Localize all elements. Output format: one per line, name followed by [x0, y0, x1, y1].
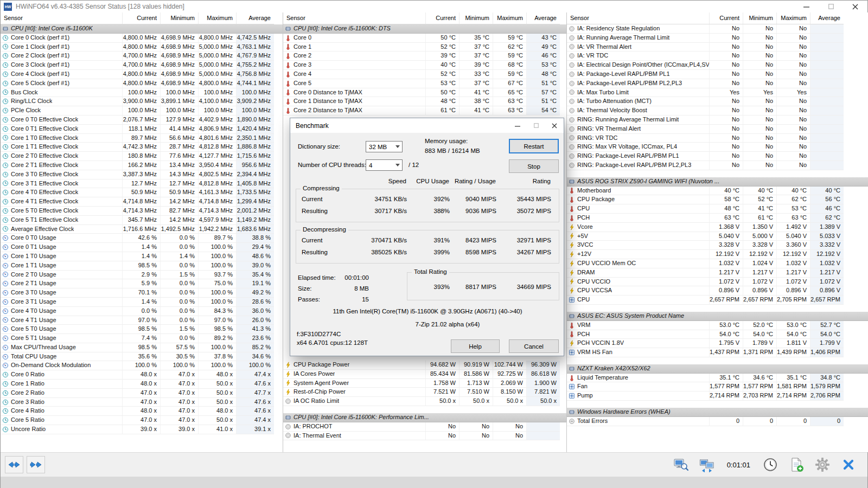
sensor-row[interactable]: CPU VCCSA0.896 V0.896 V0.896 V0.896 V: [567, 286, 844, 296]
sensor-row[interactable]: Core 1 T0 Usage1.4 %1.4 %100.0 %48.6 %: [1, 252, 274, 261]
sensor-row[interactable]: Motherboard40 °C40 °C40 °C40 °C: [567, 187, 844, 196]
dialog-minimize-button[interactable]: [508, 118, 527, 133]
sensor-row[interactable]: PCH54.0 °C54.0 °C54.0 °C54.0 °C: [567, 330, 844, 339]
sensor-row[interactable]: CPU VCCIO Mem OC1.032 V1.024 V1.032 V1.0…: [567, 259, 844, 268]
sensor-row[interactable]: Core 2 T0 Effective Clock180.8 MHz77.6 M…: [1, 152, 274, 161]
sensor-row[interactable]: Core 1 T0 Effective Clock89.7 MHz56.6 MH…: [1, 134, 274, 143]
nav-back-button[interactable]: [5, 456, 23, 473]
sensor-row[interactable]: Core 0 Distance to TjMAX50 °C41 °C65 °C5…: [283, 88, 560, 98]
sensor-row[interactable]: CPU Package Power94.682 W90.919 W102.744…: [283, 361, 560, 370]
sensor-row[interactable]: IA: Thermal Velocity BoostNoNoNo: [567, 106, 844, 115]
sensor-row[interactable]: Core 452 °C33 °C59 °C48 °C: [283, 70, 560, 79]
sensor-row[interactable]: Core 4 T0 Usage0.0 %0.0 %84.3 %36.0 %: [1, 307, 274, 316]
maximize-button[interactable]: [819, 1, 843, 12]
sensor-row[interactable]: Core 050 °C35 °C59 °C43 °C: [283, 34, 560, 43]
sensor-row[interactable]: System Agent Power1.758 W1.713 W2.069 W1…: [283, 379, 560, 388]
sensor-row[interactable]: Liquid Temperature35.1 °C34.6 °C35.1 °C3…: [567, 374, 844, 383]
sensor-row[interactable]: Core 1 Ratio48.0 x47.0 x50.0 x47.6 x: [1, 380, 274, 389]
sensor-row[interactable]: IA: Thermal EventNoNoNo: [283, 432, 560, 441]
dialog-maximize-button[interactable]: [527, 118, 545, 133]
sensor-row[interactable]: Core 3 T1 Effective Clock12.7 MHz12.7 MH…: [1, 179, 274, 189]
sensor-row[interactable]: Core 5 T1 Usage7.4 %0.0 %89.2 %23.6 %: [1, 334, 274, 343]
sensor-row[interactable]: Core 2 T1 Effective Clock166.2 MHz13.4 M…: [1, 161, 274, 170]
sensor-row[interactable]: Total Errors0000: [567, 417, 844, 426]
sensor-row[interactable]: Core 0 Clock (perf #1)4,800.0 MHz4,698.9…: [1, 34, 274, 43]
sensor-row[interactable]: CPU2,657 RPM2,657 RPM2,705 RPM2,657 RPM: [567, 296, 844, 305]
sensor-row[interactable]: PCIe Clock100.0 MHz100.0 MHz100.0 MHz100…: [1, 106, 274, 115]
sensor-row[interactable]: Core 3 Ratio47.0 x47.0 x50.0 x47.6 x: [1, 398, 274, 407]
sensor-row[interactable]: Core 2 Clock (perf #1)4,700.0 MHz4,698.9…: [1, 52, 274, 61]
sensor-row[interactable]: IA OC Ratio Limit50.0 x50.0 x50.0 x50.0 …: [283, 397, 560, 406]
sensor-row[interactable]: Vcore1.368 V1.350 V1.492 V1.389 V: [567, 223, 844, 232]
sensor-group-row[interactable]: CPU [#0]: Intel Core i5-11600K: [1, 24, 283, 34]
sensor-row[interactable]: IA: Max Turbo LimitYesYesYes: [567, 88, 844, 98]
minimize-button[interactable]: [794, 1, 819, 12]
sensor-row[interactable]: CPU Package58 °C52 °C62 °C56 °C: [567, 195, 844, 204]
sensor-row[interactable]: Core 5 T0 Usage98.5 %1.5 %98.5 %41.3 %: [1, 325, 274, 334]
sensor-row[interactable]: Core 1 T1 Usage98.5 %0.0 %100.0 %39.0 %: [1, 261, 274, 271]
sensor-row[interactable]: Core 0 T1 Usage1.4 %0.0 %100.0 %29.4 %: [1, 243, 274, 252]
logging-timer-button[interactable]: [759, 455, 782, 474]
sensor-row[interactable]: Pump2,714 RPM2,703 RPM2,714 RPM2,706 RPM: [567, 391, 844, 401]
sensor-row[interactable]: RING: Package-Level RAPL/PBM PL1NoNoNo: [567, 152, 844, 161]
sensor-row[interactable]: Core 5 T0 Effective Clock4,714.3 MHz82.7…: [1, 207, 274, 216]
remote-monitoring-button[interactable]: [695, 455, 718, 474]
sensor-row[interactable]: IA: Running Average Thermal LimitNoNoNo: [567, 34, 844, 43]
sensor-row[interactable]: Core 1 T1 Effective Clock4,742.3 MHz28.7…: [1, 143, 274, 152]
sensor-scan-button[interactable]: [669, 455, 692, 474]
sensor-row[interactable]: Core 5 Clock (perf #1)4,800.0 MHz4,698.9…: [1, 79, 274, 88]
close-button[interactable]: [843, 1, 867, 12]
sensor-row[interactable]: Core 2 T0 Usage2.9 %1.5 %93.7 %35.4 %: [1, 271, 274, 280]
settings-button[interactable]: [811, 455, 834, 474]
sensor-group-row[interactable]: CPU [#0]: Intel Core i5-11600K: Performa…: [283, 413, 566, 422]
sensor-row[interactable]: PCH VCCIN 1.8V1.795 V1.789 V1.811 V1.799…: [567, 339, 844, 348]
stop-button[interactable]: Stop: [509, 159, 559, 173]
sensor-row[interactable]: Core 3 T0 Effective Clock3,387.3 MHz14.3…: [1, 170, 274, 179]
nav-forward-button[interactable]: [27, 456, 45, 473]
sensor-row[interactable]: VRM HS Fan1,437 RPM1,371 RPM1,439 RPM1,4…: [567, 348, 844, 357]
sensor-row[interactable]: RING: VR Thermal AlertNoNoNo: [567, 125, 844, 134]
sensor-row[interactable]: +5V5.040 V5.000 V5.040 V5.033 V: [567, 232, 844, 241]
dialog-close-button[interactable]: [545, 118, 564, 133]
sensor-row[interactable]: Core 0 T0 Usage42.6 %0.0 %89.7 %38.8 %: [1, 234, 274, 243]
sensor-row[interactable]: Core 3 T1 Usage1.4 %0.0 %100.0 %28.6 %: [1, 298, 274, 307]
cancel-button[interactable]: Cancel: [509, 339, 559, 353]
sensor-row[interactable]: IA: Electrical Design Point/Other (ICCma…: [567, 61, 844, 70]
sensor-row[interactable]: DRAM1.217 V1.217 V1.217 V1.217 V: [567, 268, 844, 278]
sensor-row[interactable]: Core 3 T0 Usage70.1 %0.0 %100.0 %49.2 %: [1, 288, 274, 298]
sensor-group-row[interactable]: NZXT Kraken X42/X52/X62: [567, 364, 868, 374]
sensor-row[interactable]: Core 0 Ratio48.0 x47.0 x48.0 x47.4 x: [1, 370, 274, 380]
sensor-row[interactable]: IA Cores Power85.434 W81.586 W92.725 W86…: [283, 370, 560, 379]
sensor-row[interactable]: Core 553 °C37 °C67 °C51 °C: [283, 79, 560, 88]
sensor-row[interactable]: Core 0 T0 Effective Clock2,076.7 MHz127.…: [1, 115, 274, 125]
sensor-row[interactable]: Average Effective Clock1,716.6 MHz1,492.…: [1, 225, 274, 234]
sensor-row[interactable]: Core 4 Clock (perf #1)4,800.0 MHz4,698.9…: [1, 70, 274, 79]
sensor-row[interactable]: IA: Turbo Attenuation (MCT)NoNoNo: [567, 97, 844, 106]
sensor-row[interactable]: Core 4 Ratio48.0 x47.0 x48.0 x47.6 x: [1, 407, 274, 416]
sensor-row[interactable]: Uncore Ratio39.0 x39.0 x41.0 x39.1 x: [1, 425, 274, 434]
sensor-row[interactable]: Core 4 T1 Usage97.0 %0.0 %97.0 %26.0 %: [1, 316, 274, 325]
restart-button[interactable]: Restart: [509, 139, 559, 153]
sensor-row[interactable]: RING: Max VR Voltage, ICCmax, PL4NoNoNo: [567, 143, 844, 152]
sensor-row[interactable]: Core 152 °C37 °C62 °C49 °C: [283, 43, 560, 52]
sensor-row[interactable]: Max CPU/Thread Usage98.5 %57.5 %100.0 %8…: [1, 343, 274, 352]
sensor-row[interactable]: Core 4 T1 Effective Clock4,714.8 MHz14.2…: [1, 197, 274, 207]
sensor-row[interactable]: On-Demand Clock Modulation100.0 %100.0 %…: [1, 361, 274, 370]
exit-button[interactable]: [837, 455, 860, 474]
sensor-row[interactable]: Rest-of-Chip Power7.521 W7.510 W8.150 W7…: [283, 388, 560, 397]
sensor-row[interactable]: Core 4 T0 Effective Clock50.9 MHz50.9 MH…: [1, 188, 274, 197]
sensor-row[interactable]: Core 2 T1 Usage5.9 %0.0 %75.0 %19.1 %: [1, 279, 274, 288]
sensor-row[interactable]: PCH63 °C61 °C63 °C62 °C: [567, 214, 844, 223]
sensor-row[interactable]: IA: VR TDCNoNoNo: [567, 52, 844, 61]
sensor-row[interactable]: 3VCC3.328 V3.328 V3.360 V3.332 V: [567, 241, 844, 250]
sensor-row[interactable]: Core 5 Ratio47.0 x47.0 x50.0 x47.4 x: [1, 416, 274, 425]
sensor-group-row[interactable]: Windows Hardware Errors (WHEA): [567, 408, 868, 417]
sensor-row[interactable]: Total CPU Usage35.6 %30.5 %37.8 %34.6 %: [1, 352, 274, 362]
sensor-row[interactable]: Core 2 Ratio47.0 x47.0 x50.0 x47.7 x: [1, 389, 274, 398]
dictionary-size-select[interactable]: 32 MB: [366, 141, 403, 152]
sensor-row[interactable]: IA: VR Thermal AlertNoNoNo: [567, 43, 844, 52]
sensor-row[interactable]: VRM53.0 °C52.0 °C53.0 °C52.7 °C: [567, 321, 844, 330]
sensor-row[interactable]: IA: Residency State RegulationNoNoNo: [567, 24, 844, 34]
sensor-row[interactable]: Fan1,577 RPM1,577 RPM1,581 RPM1,579 RPM: [567, 382, 844, 391]
sensor-group-row[interactable]: ASUS ROG STRIX Z590-I GAMING WIFI (Nuvot…: [567, 177, 868, 187]
